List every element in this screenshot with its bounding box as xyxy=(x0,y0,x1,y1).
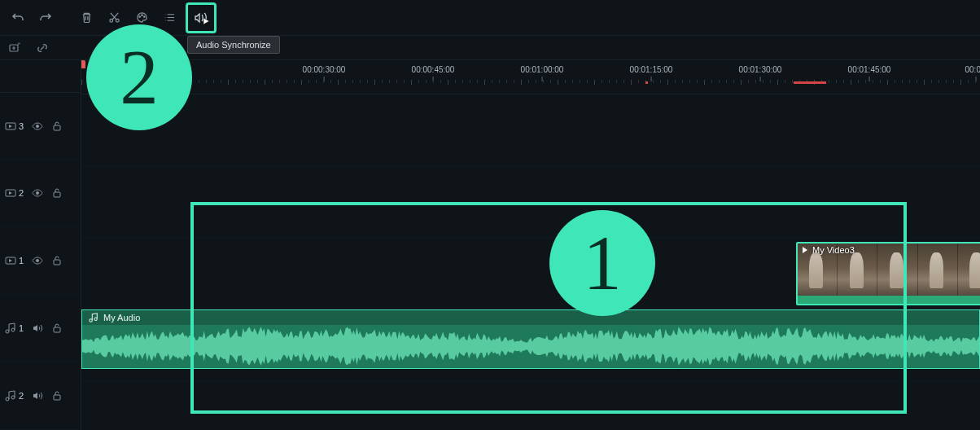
music-icon xyxy=(5,390,16,401)
track-header-v1[interactable]: 1 xyxy=(0,227,81,295)
music-icon xyxy=(5,322,16,334)
track-label: 2 xyxy=(19,391,24,401)
track-lane-v1[interactable]: My Video3 xyxy=(81,238,980,309)
svg-point-0 xyxy=(109,19,112,22)
svg-point-2 xyxy=(138,16,140,18)
track-label: 2 xyxy=(19,188,24,198)
undo-button[interactable] xyxy=(7,7,29,29)
visibility-icon[interactable] xyxy=(32,187,43,199)
main-toolbar xyxy=(0,0,980,36)
cut-button[interactable] xyxy=(103,7,125,29)
svg-point-7 xyxy=(36,125,39,128)
list-button[interactable] xyxy=(158,7,181,29)
color-button[interactable] xyxy=(130,7,153,29)
clip-title: My Audio xyxy=(103,313,140,322)
marker-range xyxy=(794,81,826,84)
track-lane-v2[interactable] xyxy=(81,166,980,238)
link-button[interactable] xyxy=(34,40,50,56)
svg-point-13 xyxy=(36,259,39,262)
video-icon xyxy=(5,121,16,132)
music-icon xyxy=(89,313,98,322)
lock-icon[interactable] xyxy=(51,121,63,132)
svg-point-10 xyxy=(36,191,39,195)
visibility-icon[interactable] xyxy=(32,121,43,132)
video-icon xyxy=(5,187,16,199)
audio-sync-button[interactable] xyxy=(186,2,217,33)
speaker-icon[interactable] xyxy=(32,322,43,334)
tooltip: Audio Synchronize xyxy=(187,36,280,54)
lock-icon[interactable] xyxy=(51,255,63,266)
track-header-v3[interactable]: 3 xyxy=(0,93,81,160)
play-icon xyxy=(801,246,809,254)
track-label: 1 xyxy=(19,256,24,265)
svg-rect-8 xyxy=(54,125,60,130)
track-headers: 3 2 1 1 2 xyxy=(0,60,81,430)
svg-point-1 xyxy=(116,19,119,22)
lock-icon[interactable] xyxy=(51,322,63,334)
track-label: 1 xyxy=(19,323,24,333)
lock-icon[interactable] xyxy=(51,390,63,401)
speaker-icon[interactable] xyxy=(32,390,43,401)
redo-button[interactable] xyxy=(34,7,57,29)
add-overlay-button[interactable] xyxy=(7,40,23,56)
audio-clip[interactable]: My Audio xyxy=(81,309,980,369)
marker xyxy=(645,81,648,84)
track-header-a1[interactable]: 1 xyxy=(0,295,81,362)
waveform xyxy=(82,325,979,368)
svg-point-3 xyxy=(141,15,142,16)
tracks-area[interactable]: 00:0000:00:30:0000:00:45:0000:01:00:0000… xyxy=(81,60,980,430)
svg-rect-11 xyxy=(54,192,60,197)
video-clip[interactable]: My Video3 xyxy=(796,242,980,305)
video-icon xyxy=(5,255,16,266)
track-lane-a1[interactable]: My Audio xyxy=(81,309,980,381)
visibility-icon[interactable] xyxy=(32,255,43,266)
track-lane-a2[interactable] xyxy=(81,381,980,430)
track-label: 3 xyxy=(19,121,24,131)
lock-icon[interactable] xyxy=(51,187,63,199)
secondary-toolbar xyxy=(0,36,980,60)
delete-button[interactable] xyxy=(75,7,98,29)
track-lane-v3[interactable] xyxy=(81,94,980,166)
svg-point-4 xyxy=(143,16,145,18)
svg-rect-16 xyxy=(54,395,60,400)
track-header-v2[interactable]: 2 xyxy=(0,160,81,227)
track-header-a2[interactable]: 2 xyxy=(0,362,81,430)
time-ruler[interactable]: 00:0000:00:30:0000:00:45:0000:01:00:0000… xyxy=(81,60,980,94)
clip-title: My Video3 xyxy=(812,245,855,255)
timeline: 3 2 1 1 2 00:0000:00:30:0000:00:45:000 xyxy=(0,60,980,430)
svg-rect-15 xyxy=(54,327,60,332)
svg-rect-14 xyxy=(54,260,60,265)
